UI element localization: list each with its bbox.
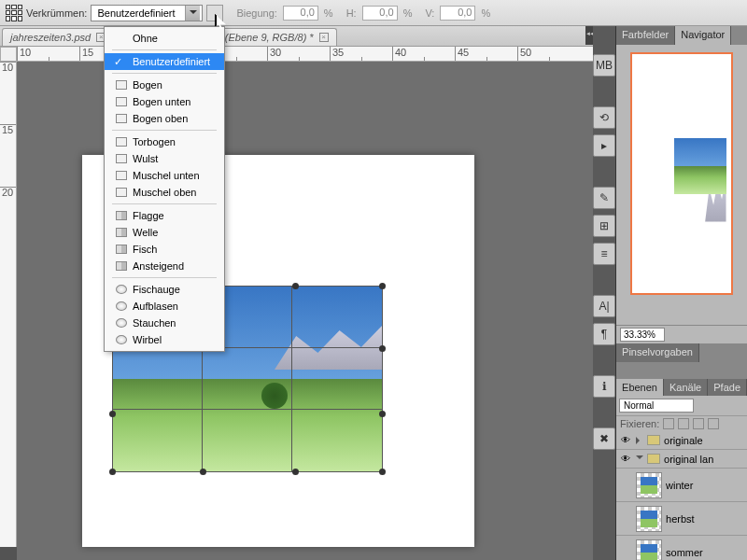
navigator-panel-tabs: Farbfelder Navigator — [616, 26, 747, 45]
menu-item[interactable]: Fischauge — [105, 281, 224, 298]
properties-icon[interactable]: ✖ — [593, 427, 615, 450]
menu-item[interactable]: Fisch — [105, 241, 224, 258]
layer-name[interactable]: winter — [666, 480, 693, 491]
menu-item[interactable]: Muschel unten — [105, 167, 224, 184]
layer-name[interactable]: herbst — [666, 513, 695, 525]
close-icon[interactable]: × — [319, 33, 329, 42]
menu-item[interactable]: Muschel oben — [105, 184, 224, 201]
lock-paint-icon[interactable] — [678, 418, 689, 429]
tab-layers[interactable]: Ebenen — [616, 379, 664, 396]
menu-item[interactable]: Bogen oben — [105, 110, 224, 127]
menu-item[interactable]: Bogen — [105, 77, 224, 93]
folder-icon — [647, 454, 660, 464]
history-icon[interactable]: ⟲ — [593, 106, 615, 129]
chevron-down-icon[interactable] — [185, 6, 200, 21]
paragraph-icon[interactable]: ¶ — [593, 323, 615, 345]
lock-transparency-icon[interactable] — [663, 418, 674, 429]
warp-handle[interactable] — [379, 283, 386, 289]
menu-item[interactable]: Aufblasen — [105, 298, 224, 315]
layer-name[interactable]: sommer — [666, 547, 703, 558]
ruler-origin[interactable] — [0, 47, 17, 62]
grid-icon[interactable] — [6, 5, 22, 21]
collapse-icon[interactable] — [585, 26, 593, 45]
h-input[interactable]: 0,0 — [362, 6, 398, 21]
v-label: V: — [425, 7, 434, 19]
navigator-panel — [616, 45, 747, 325]
menu-item[interactable]: Torbogen — [105, 133, 224, 150]
warp-shape-icon — [116, 114, 127, 123]
warp-shape-icon — [116, 137, 127, 147]
menu-item[interactable]: Wirbel — [105, 331, 224, 348]
document-tab[interactable]: jahreszeiten3.psd× — [2, 28, 114, 46]
layer-name[interactable]: originale — [664, 435, 703, 446]
menu-item[interactable]: Bogen unten — [105, 93, 224, 110]
warp-shape-icon — [116, 301, 127, 311]
layer-thumbnail[interactable] — [636, 539, 662, 561]
warp-shape-icon — [116, 261, 127, 271]
warp-shape-icon — [116, 285, 127, 294]
warp-handle[interactable] — [379, 345, 386, 352]
warp-handle[interactable] — [292, 469, 299, 475]
layer-row[interactable]: originale — [616, 431, 747, 450]
disclosure-triangle-icon[interactable] — [636, 437, 643, 444]
tab-swatches[interactable]: Farbfelder — [616, 26, 675, 45]
layer-row[interactable]: winter — [616, 469, 747, 502]
tab-brush-presets[interactable]: Pinselvorgaben — [616, 343, 699, 362]
layer-list: originaleoriginal lanwinterherbstsommer — [616, 431, 747, 560]
menu-item[interactable]: Ansteigend — [105, 258, 224, 274]
brush-icon[interactable]: ✎ — [593, 187, 615, 209]
clone-icon[interactable]: ⊞ — [593, 215, 615, 237]
layer-row[interactable]: original lan — [616, 450, 747, 469]
navigator-thumb[interactable] — [630, 52, 733, 295]
cursor-icon — [215, 14, 228, 31]
info-icon[interactable]: ℹ — [593, 375, 615, 398]
layer-name[interactable]: original lan — [664, 454, 713, 465]
ruler-vertical[interactable]: 101520 — [0, 62, 17, 547]
warp-handle[interactable] — [200, 469, 206, 475]
dropdown-value: Benutzerdefiniert — [97, 7, 175, 19]
tab-paths[interactable]: Pfade — [708, 379, 747, 396]
blend-mode-select[interactable]: Normal — [619, 399, 694, 413]
lock-position-icon[interactable] — [693, 418, 704, 429]
warp-handle[interactable] — [379, 469, 386, 475]
visibility-icon[interactable] — [619, 453, 632, 466]
warp-preset-menu: OhneBenutzerdefiniertBogenBogen untenBog… — [104, 26, 225, 352]
visibility-icon[interactable] — [619, 479, 632, 492]
layer-thumbnail[interactable] — [636, 472, 662, 498]
character-icon[interactable]: A| — [593, 295, 615, 317]
menu-item[interactable]: Benutzerdefiniert — [105, 53, 224, 70]
visibility-icon[interactable] — [619, 512, 632, 525]
warp-handle[interactable] — [379, 411, 386, 417]
menu-item[interactable]: Ohne — [105, 30, 224, 47]
actions-icon[interactable]: ▸ — [593, 134, 615, 157]
mb-icon[interactable]: MB — [593, 54, 615, 77]
visibility-icon[interactable] — [619, 434, 632, 447]
lock-all-icon[interactable] — [708, 418, 719, 429]
zoom-input[interactable]: 33.33% — [620, 328, 665, 342]
folder-icon — [647, 435, 660, 445]
menu-item[interactable]: Flagge — [105, 207, 224, 224]
bend-label: Biegung: — [236, 7, 276, 19]
menu-item[interactable]: Wulst — [105, 150, 224, 167]
warp-handle[interactable] — [109, 411, 116, 417]
menu-item[interactable]: Stauchen — [105, 315, 224, 331]
disclosure-triangle-icon[interactable] — [636, 455, 643, 463]
tab-channels[interactable]: Kanäle — [664, 379, 708, 396]
options-toolbar: Verkrümmen: Benutzerdefiniert Biegung: 0… — [0, 0, 747, 26]
tool-presets-icon[interactable]: ≡ — [593, 243, 615, 265]
warp-preset-dropdown[interactable]: Benutzerdefiniert — [91, 5, 203, 21]
layer-row[interactable]: herbst — [616, 502, 747, 536]
warp-shape-icon — [116, 228, 127, 237]
tab-navigator[interactable]: Navigator — [675, 26, 731, 45]
warp-label: Verkrümmen: — [26, 7, 87, 19]
menu-item[interactable]: Welle — [105, 224, 224, 241]
bend-input[interactable]: 0,0 — [283, 6, 318, 21]
warp-handle[interactable] — [109, 469, 116, 475]
warp-shape-icon — [116, 188, 127, 197]
v-input[interactable]: 0,0 — [440, 6, 475, 21]
right-dock: MB ⟲ ▸ ✎ ⊞ ≡ A| ¶ ℹ ✖ Farbfelder Navigat… — [593, 26, 747, 560]
warp-shape-icon — [116, 97, 127, 106]
layer-thumbnail[interactable] — [636, 506, 662, 532]
visibility-icon[interactable] — [619, 546, 632, 559]
layer-row[interactable]: sommer — [616, 536, 747, 560]
